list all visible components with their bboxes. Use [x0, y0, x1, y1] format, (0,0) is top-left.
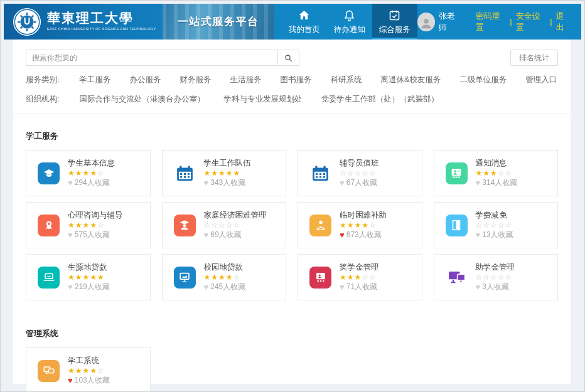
favorite-count: 71人收藏: [346, 282, 377, 292]
category-item-6[interactable]: 离退休&校友服务: [380, 75, 441, 85]
ranking-stats-button[interactable]: 排名统计: [510, 50, 558, 66]
service-card[interactable]: 校园地贷款★★★★☆♥245人收藏: [162, 254, 287, 300]
dual-monitor-icon: [446, 267, 467, 288]
medal-icon: [38, 215, 60, 236]
service-card[interactable]: 学费减免☆☆☆☆☆♥13人收藏: [434, 202, 559, 248]
search-button[interactable]: [277, 50, 299, 65]
content-container: 排名统计 服务类别: 学工服务办公服务财务服务生活服务图书服务科研系统离退休&校…: [13, 40, 571, 384]
monitor-icon: [174, 267, 196, 289]
user-icon: [419, 16, 433, 30]
calendar-grid-icon: [174, 163, 195, 184]
page: 華東理工大學 EAST CHINA UNIVERSITY OF SCIENCE …: [0, 0, 585, 392]
nav-item-1[interactable]: 待办通知: [327, 4, 372, 40]
category-item-7[interactable]: 二级单位服务: [459, 75, 507, 85]
service-rating: ★★★★☆: [68, 221, 123, 230]
nav-item-label: 综合服务: [379, 24, 411, 35]
search-input[interactable]: [26, 50, 277, 65]
service-card[interactable]: 临时困难补助★★★★☆♥673人收藏: [298, 202, 422, 248]
category-item-2[interactable]: 财务服务: [180, 75, 211, 85]
service-title: 生源地贷款: [68, 263, 110, 273]
calendar-grid-icon: [310, 163, 331, 184]
category-item-8[interactable]: 管理入口: [525, 75, 557, 85]
service-title: 辅导员值班: [340, 159, 379, 169]
service-rating: ★★★★★: [204, 169, 251, 177]
nav-item-2[interactable]: 综合服务: [372, 4, 417, 40]
user-info[interactable]: 张老师: [417, 11, 462, 33]
heart-icon: ♥: [204, 283, 209, 291]
heart-icon: ♥: [68, 376, 73, 384]
service-card[interactable]: 学生工作队伍★★★★★♥343人收藏: [162, 150, 287, 196]
quick-link-2[interactable]: 退出: [556, 11, 571, 33]
university-name: 華東理工大學 EAST CHINA UNIVERSITY OF SCIENCE …: [47, 12, 156, 31]
service-title: 学工系统: [68, 356, 110, 366]
organization-filter-label: 组织机构:: [26, 94, 59, 105]
favorite-count: 314人收藏: [482, 178, 517, 188]
heart-icon: ♥: [204, 231, 209, 239]
laptop-icon: [38, 267, 60, 289]
category-filter-row: 服务类别: 学工服务办公服务财务服务生活服务图书服务科研系统离退休&校友服务二级…: [26, 75, 558, 85]
category-item-4[interactable]: 图书服务: [280, 75, 311, 85]
nav-item-0[interactable]: 我的首页: [282, 4, 327, 40]
category-item-3[interactable]: 生活服务: [230, 75, 261, 85]
favorite-count: 673人收藏: [346, 230, 382, 240]
service-card[interactable]: 心理咨询与辅导★★★★☆♥575人收藏: [26, 202, 151, 248]
service-title: 通知消息: [476, 159, 518, 169]
organization-item-0[interactable]: 国际合作与交流处（港澳台办公室）: [79, 94, 205, 105]
service-card[interactable]: 辅导员值班☆☆☆☆☆♥67人收藏: [298, 150, 422, 196]
favorite-count: 67人收藏: [346, 178, 377, 188]
heart-icon: ♥: [476, 283, 481, 291]
category-item-5[interactable]: 科研系统: [330, 75, 362, 85]
heart-icon: ♥: [204, 179, 209, 187]
link-separator: |: [510, 17, 512, 26]
system-monitor-icon: [38, 360, 60, 382]
service-rating: ☆☆☆☆☆: [476, 273, 515, 282]
heart-icon: ♥: [68, 231, 73, 239]
top-header: 華東理工大學 EAST CHINA UNIVERSITY OF SCIENCE …: [4, 4, 581, 40]
laptop-icon: [42, 270, 56, 284]
user-avatar[interactable]: [417, 13, 435, 31]
category-item-1[interactable]: 办公服务: [129, 75, 161, 85]
service-card[interactable]: 家庭经济困难管理☆☆☆☆☆♥69人收藏: [162, 202, 287, 248]
service-card[interactable]: 奖学金管理★★★☆☆♥71人收藏: [298, 254, 422, 300]
header-nav: 我的首页待办通知综合服务: [282, 4, 417, 40]
service-rating: ☆☆☆☆☆: [204, 221, 267, 230]
service-rating: ★★★★☆: [68, 169, 115, 177]
quick-links: 密码重置|安全设置|退出: [476, 11, 571, 33]
search-box: [26, 50, 299, 66]
calendar-grid-icon: [174, 162, 196, 184]
service-card[interactable]: 通知消息★★★☆☆♥314人收藏: [434, 150, 559, 196]
graduate-icon: [174, 215, 196, 236]
service-rating: ★★★☆☆: [476, 169, 518, 177]
link-separator: |: [550, 17, 552, 26]
user-name[interactable]: 张老师: [439, 11, 462, 33]
favorite-count: 245人收藏: [210, 282, 245, 292]
service-title: 学生基本信息: [68, 159, 115, 169]
category-item-0[interactable]: 学工服务: [79, 75, 110, 85]
service-title: 家庭经济困难管理: [204, 211, 267, 221]
medal-icon: [42, 218, 56, 232]
service-title: 临时困难补助: [340, 211, 387, 221]
service-title: 学生工作队伍: [204, 159, 251, 169]
service-rating: ☆☆☆☆☆: [476, 221, 513, 230]
service-card[interactable]: 生源地贷款★★★★★♥219人收藏: [26, 254, 151, 300]
service-card[interactable]: 学生基本信息★★★★☆♥294人收藏: [26, 150, 151, 196]
favorite-count: 219人收藏: [75, 282, 110, 292]
favorite-count: 3人收藏: [482, 282, 509, 292]
organization-item-1[interactable]: 学科与专业发展规划处: [223, 94, 302, 105]
calendar-check-icon: [388, 9, 401, 22]
quick-link-1[interactable]: 安全设置: [516, 11, 547, 33]
search-icon: [284, 53, 293, 63]
home-icon: [298, 9, 311, 22]
favorite-count: 69人收藏: [210, 230, 241, 240]
service-title: 奖学金管理: [340, 263, 379, 273]
service-card[interactable]: 助学金管理☆☆☆☆☆♥3人收藏: [434, 254, 559, 300]
service-title: 心理咨询与辅导: [68, 211, 123, 221]
section-title-0: 学工服务: [26, 130, 558, 142]
heart-icon: ♥: [476, 231, 481, 239]
organization-item-2[interactable]: 党委学生工作部（处）（武装部）: [321, 94, 439, 105]
service-rating: ★★★★★: [68, 273, 110, 282]
card-grid-0: 学生基本信息★★★★☆♥294人收藏学生工作队伍★★★★★♥343人收藏辅导员值…: [26, 150, 558, 300]
quick-link-0[interactable]: 密码重置: [476, 11, 507, 33]
service-card[interactable]: 学工系统★★★★☆♥103人收藏: [26, 347, 151, 392]
service-rating: ★★★★☆: [68, 366, 110, 375]
